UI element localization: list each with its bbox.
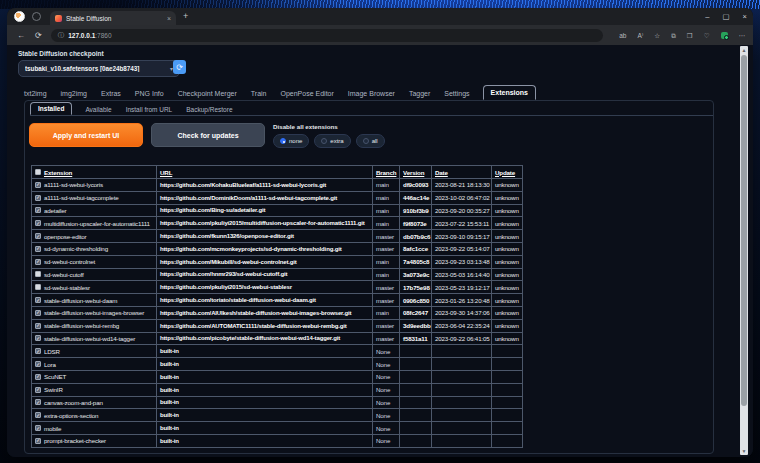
collections-icon[interactable]: ❐: [687, 32, 693, 39]
subtab-installed[interactable]: Installed: [30, 102, 72, 115]
radio-label: none: [289, 138, 302, 144]
header-cell-branch[interactable]: Branch: [373, 166, 400, 179]
cell-branch: None: [373, 384, 400, 397]
extension-name: LDSR: [44, 348, 60, 355]
browser-profile-icon[interactable]: [14, 11, 25, 22]
cell-date: [432, 422, 492, 435]
cell-branch: main: [373, 192, 400, 205]
scroll-up-icon[interactable]: ▲: [740, 46, 748, 54]
header-label: Extension: [44, 169, 72, 176]
subtab-available[interactable]: Available: [84, 104, 112, 115]
tab-tagger[interactable]: Tagger: [408, 87, 431, 100]
tab-extras[interactable]: Extras: [100, 87, 122, 100]
extension-checkbox[interactable]: [35, 271, 41, 277]
site-info-icon[interactable]: ⓘ: [58, 31, 65, 40]
scroll-down-icon[interactable]: ▼: [740, 447, 748, 455]
radio-label: all: [372, 138, 378, 144]
minimize-button[interactable]: –: [705, 13, 709, 21]
tab-openpose-editor[interactable]: OpenPose Editor: [280, 87, 335, 100]
extension-checkbox[interactable]: ✓: [35, 399, 41, 405]
immersive-reader-icon[interactable]: ab: [619, 32, 626, 39]
address-bar[interactable]: ⓘ 127.0.0.1 :7860: [51, 29, 603, 42]
maximize-button[interactable]: ▢: [723, 13, 730, 21]
header-cell-update[interactable]: Update: [492, 166, 523, 179]
extension-checkbox[interactable]: ✓: [35, 348, 41, 354]
more-menu-icon[interactable]: ⋯: [739, 32, 746, 39]
cell-date: [432, 345, 492, 358]
browser-tab-stable-diffusion[interactable]: Stable Diffusion ×: [50, 11, 176, 25]
check-updates-button[interactable]: Check for updates: [151, 123, 265, 147]
extension-checkbox[interactable]: ✓: [35, 387, 41, 393]
cell-url: https://github.com/KohakuBlueleaf/a1111-…: [157, 179, 373, 192]
extension-checkbox[interactable]: ✓: [35, 425, 41, 431]
extension-name: a1111-sd-webui-lycoris: [44, 181, 103, 188]
radio-all[interactable]: all: [356, 134, 385, 148]
extension-checkbox[interactable]: ✓: [35, 310, 41, 316]
tab-txt2img[interactable]: txt2img: [23, 87, 48, 100]
subtab-backup-restore[interactable]: Backup/Restore: [185, 104, 233, 115]
tab-close-icon[interactable]: ×: [167, 15, 171, 22]
extension-checkbox[interactable]: ✓: [35, 361, 41, 367]
table-row: ✓prompt-bracket-checkerbuilt-inNone: [32, 435, 523, 448]
extension-checkbox[interactable]: ✓: [35, 246, 41, 252]
read-aloud-icon[interactable]: A⁾: [637, 32, 643, 39]
tab-train[interactable]: Train: [250, 87, 268, 100]
extension-checkbox[interactable]: ✓: [35, 335, 41, 341]
tab-image-browser[interactable]: Image Browser: [347, 87, 396, 100]
refresh-icon[interactable]: ⟳: [35, 31, 42, 40]
tab-checkpoint-merger[interactable]: Checkpoint Merger: [177, 87, 238, 100]
extension-checkbox[interactable]: ✓: [35, 297, 41, 303]
radio-extra[interactable]: extra: [314, 134, 350, 148]
tab-png-info[interactable]: PNG Info: [134, 87, 165, 100]
radio-circle-icon: [321, 138, 327, 144]
cell-version: [400, 358, 432, 371]
extension-checkbox[interactable]: ✓: [35, 233, 41, 239]
table-row: ✓sd-webui-controlnethttps://github.com/M…: [32, 256, 523, 269]
checkpoint-refresh-button[interactable]: ⟳: [173, 60, 186, 74]
tab-img2img[interactable]: img2img: [60, 87, 88, 100]
back-icon[interactable]: ←: [17, 31, 25, 40]
header-cell-url[interactable]: URL: [157, 166, 373, 179]
cell-update: unknown: [492, 243, 523, 256]
header-cell-extension[interactable]: Extension: [32, 166, 157, 179]
page-scrollbar[interactable]: ▲ ▼: [740, 46, 748, 455]
scrollbar-thumb[interactable]: [741, 55, 747, 406]
new-tab-button[interactable]: +: [183, 12, 188, 21]
extension-checkbox[interactable]: ✓: [35, 195, 41, 201]
cell-version: 17b75e98: [400, 281, 432, 294]
extension-checkbox[interactable]: ✓: [35, 374, 41, 380]
extension-checkbox[interactable]: ✓: [35, 207, 41, 213]
radio-none[interactable]: none: [273, 134, 309, 148]
extension-name: mobile: [44, 425, 61, 432]
split-screen-icon[interactable]: ⧉: [671, 32, 676, 39]
extension-name: extra-options-section: [44, 412, 98, 419]
favorites-icon[interactable]: ☆: [654, 32, 660, 39]
extension-checkbox[interactable]: ✓: [35, 259, 41, 265]
header-cell-version[interactable]: Version: [400, 166, 432, 179]
browser-essentials-icon[interactable]: ♡: [704, 32, 710, 39]
select-all-checkbox[interactable]: [35, 169, 41, 175]
cell-branch: None: [373, 422, 400, 435]
tab-extensions[interactable]: Extensions: [483, 85, 536, 100]
table-row: ✓Lorabuilt-inNone: [32, 358, 523, 371]
cell-branch: main: [373, 205, 400, 218]
subtab-install-from-url[interactable]: Install from URL: [125, 104, 174, 115]
extension-checkbox[interactable]: ✓: [35, 438, 41, 444]
extension-checkbox[interactable]: ✓: [35, 182, 41, 188]
extension-checkbox[interactable]: ✓: [35, 323, 41, 329]
apply-restart-button[interactable]: Apply and restart UI: [29, 123, 143, 147]
header-cell-date[interactable]: Date: [432, 166, 492, 179]
desktop-wallpaper: Stable Diffusion × + –▢× ← ⟳ ⓘ 127.0.0.1…: [0, 0, 760, 463]
cell-update: unknown: [492, 294, 523, 307]
extension-checkbox[interactable]: ✓: [35, 220, 41, 226]
adblock-extension-icon[interactable]: [721, 32, 728, 39]
close-button[interactable]: ×: [743, 13, 747, 21]
cell-url: https://github.com/Mikubill/sd-webui-con…: [157, 256, 373, 269]
extension-checkbox[interactable]: ✓: [35, 412, 41, 418]
checkpoint-dropdown[interactable]: tsubaki_v10.safetensors [0ae24b8743] ▾: [18, 60, 180, 77]
cell-extension: ✓a1111-sd-webui-tagcomplete: [32, 192, 157, 205]
workspaces-icon[interactable]: [32, 12, 41, 21]
extension-checkbox[interactable]: [35, 284, 41, 290]
cell-version: 7a4805c8: [400, 256, 432, 269]
tab-settings[interactable]: Settings: [443, 87, 470, 100]
